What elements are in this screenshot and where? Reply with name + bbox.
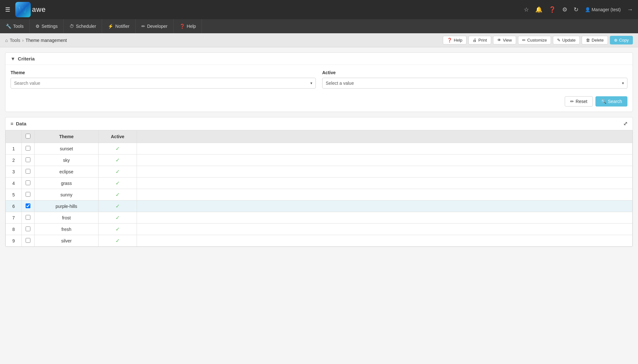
row-checkbox[interactable]: [26, 157, 30, 162]
notifications-icon[interactable]: 🔔: [535, 6, 542, 13]
copy-button[interactable]: ⊕ Copy: [610, 36, 633, 44]
row-theme: eclipse: [35, 166, 99, 178]
row-theme: silver: [35, 235, 99, 247]
breadcrumb-tools-link[interactable]: Tools: [10, 38, 20, 43]
check-icon: ✓: [116, 215, 120, 220]
data-section-header: ≡ Data ⤢: [5, 117, 633, 130]
row-active: ✓: [99, 235, 137, 247]
customize-button[interactable]: ✏ Customize: [518, 36, 551, 44]
row-active: ✓: [99, 166, 137, 178]
list-icon: ≡: [11, 121, 13, 126]
tools-menu-icon: 🔧: [6, 24, 11, 29]
row-checkbox[interactable]: [26, 169, 30, 174]
breadcrumb-actions: ❓ Help 🖨 Print 👁 View ✏ Customize ✎ Upda…: [443, 36, 633, 44]
select-all-checkbox[interactable]: [26, 134, 30, 138]
row-active: ✓: [99, 201, 137, 212]
menu-item-settings[interactable]: ⚙ Settings: [30, 19, 64, 33]
favorites-icon[interactable]: ☆: [524, 6, 529, 13]
navbar-left: ☰ W awe: [5, 2, 46, 17]
active-select-display[interactable]: Select a value: [323, 78, 627, 88]
menu-item-developer[interactable]: ✏ Developer: [136, 19, 174, 33]
filter-icon: ▼: [11, 56, 15, 61]
help-icon[interactable]: ❓: [549, 6, 556, 13]
logout-button[interactable]: →: [627, 6, 633, 13]
navbar-right: ☆ 🔔 ❓ ⚙ ↻ 👤 Manager (test) →: [524, 6, 633, 13]
row-number: 2: [6, 154, 22, 166]
print-btn-icon: 🖨: [473, 38, 477, 43]
menu-bar: 🔧 Tools ⚙ Settings ⏱ Scheduler ⚡ Notifie…: [0, 19, 638, 33]
settings-menu-icon: ⚙: [36, 24, 40, 29]
check-icon: ✓: [116, 238, 120, 243]
theme-search-input[interactable]: [11, 78, 315, 88]
reset-button[interactable]: ✏ Reset: [565, 96, 593, 107]
theme-select-wrapper[interactable]: ▾: [11, 78, 316, 89]
refresh-icon[interactable]: ↻: [574, 6, 578, 13]
customize-btn-icon: ✏: [522, 38, 526, 43]
developer-menu-icon: ✏: [141, 24, 145, 29]
home-icon[interactable]: ⌂: [5, 38, 8, 43]
table-row: 1sunset✓: [6, 143, 633, 154]
help-button[interactable]: ❓ Help: [443, 36, 467, 44]
active-field: Active Select a value ▾: [322, 70, 627, 89]
help-menu-icon: ❓: [179, 24, 185, 29]
settings-icon[interactable]: ⚙: [562, 6, 567, 13]
delete-btn-icon: 🗑: [586, 38, 590, 43]
row-checkbox-cell: [22, 166, 35, 178]
menu-item-tools[interactable]: 🔧 Tools: [0, 19, 30, 33]
criteria-body: Theme ▾ Active Select a value ▾: [5, 65, 633, 94]
row-number: 9: [6, 235, 22, 247]
row-extra: [137, 189, 633, 201]
row-extra: [137, 212, 633, 224]
row-checkbox-cell: [22, 143, 35, 154]
copy-btn-icon: ⊕: [614, 38, 618, 43]
active-select-wrapper[interactable]: Select a value ▾: [322, 78, 627, 89]
hamburger-icon[interactable]: ☰: [5, 6, 10, 13]
col-header-active: Active: [99, 131, 137, 143]
row-checkbox[interactable]: [26, 203, 30, 208]
table-row: 6purple-hills✓: [6, 201, 633, 212]
delete-button[interactable]: 🗑 Delete: [582, 36, 608, 44]
row-checkbox[interactable]: [26, 238, 30, 243]
table-row: 8fresh✓: [6, 224, 633, 235]
table-row: 9silver✓: [6, 235, 633, 247]
search-button[interactable]: 🔍 Search: [595, 96, 627, 107]
check-icon: ✓: [116, 226, 120, 232]
menu-item-scheduler[interactable]: ⏱ Scheduler: [64, 19, 102, 33]
row-extra: [137, 235, 633, 247]
row-theme: grass: [35, 178, 99, 189]
row-checkbox[interactable]: [26, 180, 30, 185]
check-icon: ✓: [116, 157, 120, 163]
menu-item-help[interactable]: ❓ Help: [174, 19, 202, 33]
menu-item-notifier[interactable]: ⚡ Notifier: [102, 19, 135, 33]
update-btn-icon: ✎: [557, 38, 561, 43]
row-extra: [137, 201, 633, 212]
criteria-actions: ✏ Reset 🔍 Search: [5, 94, 633, 112]
data-header-left: ≡ Data: [11, 121, 26, 126]
row-theme: sunset: [35, 143, 99, 154]
row-extra: [137, 143, 633, 154]
row-checkbox[interactable]: [26, 226, 30, 231]
row-theme: sky: [35, 154, 99, 166]
data-title: Data: [16, 121, 27, 126]
row-checkbox-cell: [22, 178, 35, 189]
view-button[interactable]: 👁 View: [493, 36, 516, 44]
theme-label: Theme: [11, 70, 316, 75]
search-icon: 🔍: [601, 99, 606, 104]
row-checkbox[interactable]: [26, 146, 30, 151]
logo-icon: W: [15, 2, 31, 17]
svg-text:W: W: [19, 5, 27, 15]
user-icon: 👤: [585, 7, 590, 12]
row-checkbox-cell: [22, 201, 35, 212]
notifier-menu-icon: ⚡: [108, 24, 113, 29]
expand-icon[interactable]: ⤢: [623, 121, 627, 127]
row-checkbox[interactable]: [26, 192, 30, 197]
table-body: 1sunset✓2sky✓3eclipse✓4grass✓5sunny✓6pur…: [6, 143, 633, 247]
table-row: 4grass✓: [6, 178, 633, 189]
row-checkbox[interactable]: [26, 215, 30, 220]
row-extra: [137, 178, 633, 189]
row-number: 7: [6, 212, 22, 224]
check-icon: ✓: [116, 180, 120, 186]
print-button[interactable]: 🖨 Print: [468, 36, 491, 44]
user-label: 👤 Manager (test): [585, 7, 621, 12]
update-button[interactable]: ✎ Update: [553, 36, 580, 44]
